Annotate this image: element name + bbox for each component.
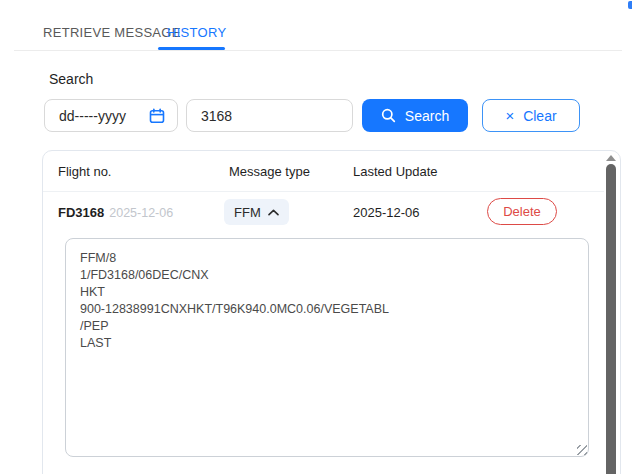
- clear-button-label: Clear: [523, 108, 556, 124]
- message-type-chip[interactable]: FFM: [224, 199, 289, 225]
- clipped-corner-element: [628, 1, 632, 9]
- lasted-update-cell: 2025-12-06: [353, 205, 420, 220]
- flight-number-input[interactable]: [187, 100, 352, 131]
- flight-date: 2025-12-06: [109, 206, 173, 220]
- chevron-up-icon: [268, 209, 279, 216]
- history-table: Flight no. Message type Lasted Update FD…: [42, 150, 621, 474]
- message-content-textarea[interactable]: FFM/8 1/FD3168/06DEC/CNX HKT 900-1283899…: [65, 238, 589, 457]
- textarea-resize-handle[interactable]: [577, 445, 587, 455]
- clear-button[interactable]: × Clear: [482, 99, 580, 132]
- tab-bar-divider: [14, 50, 622, 51]
- scroll-up-arrow[interactable]: [606, 155, 616, 161]
- table-scrollbar[interactable]: [604, 152, 618, 474]
- header-divider: [43, 191, 604, 192]
- search-icon: [381, 108, 396, 123]
- tab-retrieve-message[interactable]: RETRIEVE MESSAGE: [43, 25, 181, 40]
- scrollbar-thumb[interactable]: [606, 164, 616, 474]
- calendar-icon[interactable]: [149, 108, 165, 124]
- search-section-title: Search: [49, 71, 93, 87]
- delete-button[interactable]: Delete: [487, 198, 557, 225]
- flight-number-field: [186, 99, 353, 132]
- column-header-message-type: Message type: [229, 164, 310, 179]
- date-input-value: dd-----yyyy: [59, 108, 126, 124]
- flight-number: FD3168: [58, 205, 104, 220]
- active-tab-underline: [158, 47, 225, 50]
- message-type-label: FFM: [234, 205, 261, 220]
- column-header-lasted-update: Lasted Update: [353, 164, 438, 179]
- flight-cell: FD31682025-12-06: [58, 205, 173, 220]
- date-input[interactable]: dd-----yyyy: [44, 99, 178, 132]
- search-button-label: Search: [405, 108, 449, 124]
- column-header-flight-no: Flight no.: [58, 164, 111, 179]
- tab-history[interactable]: HISTORY: [167, 25, 226, 40]
- close-icon: ×: [505, 108, 514, 123]
- search-button[interactable]: Search: [362, 99, 468, 132]
